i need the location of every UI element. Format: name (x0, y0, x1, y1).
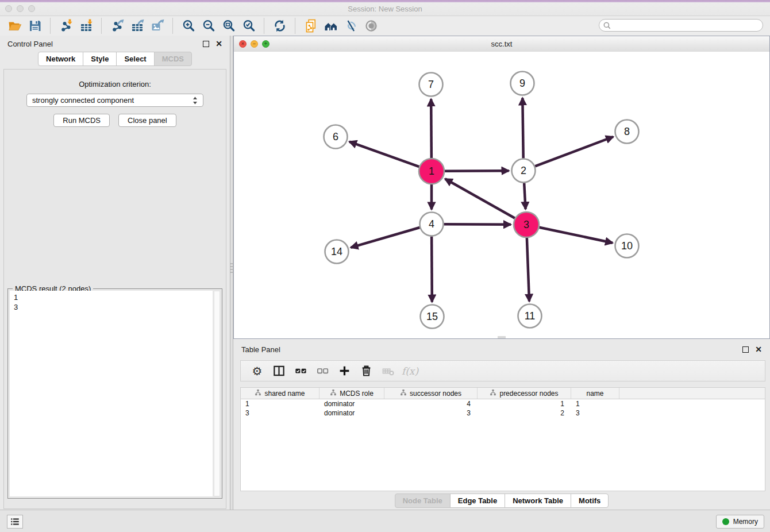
result-line: 3 (14, 302, 209, 312)
task-history-button[interactable] (7, 515, 23, 529)
svg-text:6: 6 (333, 131, 338, 142)
toolbar-icons (5, 18, 381, 34)
column-header-name[interactable]: name (571, 388, 619, 399)
graph-edge-1-6[interactable] (349, 142, 419, 167)
column-label: name (586, 390, 603, 398)
graph-node-2[interactable]: 2 (512, 159, 536, 183)
delete-column-icon[interactable] (356, 363, 377, 380)
toolbar-separator (295, 18, 295, 34)
svg-text:2: 2 (521, 165, 526, 176)
graph-node-4[interactable]: 4 (420, 213, 444, 236)
hide-graphics-details-icon[interactable] (342, 18, 360, 34)
import-table-icon[interactable] (77, 18, 95, 34)
graph-edge-4-15[interactable] (432, 236, 432, 302)
open-session-icon[interactable] (6, 18, 24, 34)
status-bar: Memory (0, 510, 770, 532)
graph-node-11[interactable]: 11 (518, 304, 542, 328)
optimization-label: Optimization criterion: (4, 80, 226, 88)
select-stepper-icon (192, 96, 198, 105)
tab-style[interactable]: Style (83, 52, 117, 66)
table-settings-icon[interactable]: ⚙ (247, 363, 268, 380)
tab-network[interactable]: Network (38, 52, 83, 66)
graph-edge-3-1[interactable] (445, 179, 515, 218)
graph-node-7[interactable]: 7 (419, 73, 443, 97)
graph-node-10[interactable]: 10 (615, 234, 639, 258)
select-all-rows-icon[interactable] (290, 363, 311, 380)
export-network-icon[interactable] (108, 18, 126, 34)
column-header-shared-name[interactable]: shared name (241, 388, 319, 399)
float-table-panel-icon[interactable] (742, 346, 749, 353)
graph-node-3[interactable]: 3 (514, 212, 539, 237)
graph-edge-2-3[interactable] (524, 183, 525, 209)
table-tab-node-table[interactable]: Node Table (395, 494, 451, 508)
home-views-icon[interactable] (322, 18, 340, 34)
network-canvas[interactable]: 1234678910111415 (234, 52, 769, 338)
table-tab-network-table[interactable]: Network Table (505, 494, 571, 508)
new-network-icon[interactable] (302, 18, 319, 34)
import-network-icon[interactable] (57, 18, 75, 34)
graph-edge-4-3[interactable] (444, 224, 511, 225)
result-scrollbar[interactable] (214, 291, 220, 496)
close-panel-icon[interactable]: ✕ (215, 40, 222, 48)
criterion-select[interactable]: strongly connected component (26, 94, 203, 107)
search-box (599, 19, 763, 32)
graph-edge-2-8[interactable] (535, 137, 613, 166)
tab-select[interactable]: Select (116, 52, 154, 66)
tab-mcds[interactable]: MCDS (154, 52, 192, 66)
graph-node-8[interactable]: 8 (615, 120, 639, 144)
graph-node-6[interactable]: 6 (324, 125, 348, 149)
column-visibility-icon[interactable] (268, 363, 290, 380)
search-input[interactable] (614, 21, 759, 30)
refresh-layout-icon[interactable] (271, 18, 288, 34)
graph-node-14[interactable]: 14 (325, 240, 349, 264)
export-table-icon[interactable] (128, 18, 146, 34)
graph-node-15[interactable]: 15 (421, 305, 444, 329)
mcds-panel: Optimization criterion: strongly connect… (3, 69, 226, 509)
network-window-titlebar: × − + scc.txt (234, 36, 769, 52)
graph-node-9[interactable]: 9 (511, 72, 534, 95)
graph-node-1[interactable]: 1 (419, 159, 444, 184)
table-tab-edge-table[interactable]: Edge Table (450, 494, 505, 508)
graph-edge-1-2[interactable] (445, 171, 509, 171)
graph-edge-1-7[interactable] (431, 99, 432, 158)
table-toolbar: ⚙f(x) (240, 360, 765, 381)
zoom-selected-icon[interactable] (240, 18, 257, 34)
zoom-fit-icon[interactable] (220, 18, 237, 34)
column-header-successor-nodes[interactable]: successor nodes (384, 388, 478, 399)
main-toolbar (0, 16, 770, 36)
table-cell: 3 (384, 409, 478, 417)
deselect-all-rows-icon[interactable] (312, 363, 333, 380)
float-panel-icon[interactable] (203, 41, 209, 47)
close-table-panel-icon[interactable]: ✕ (755, 345, 762, 353)
canvas-resize-grip[interactable] (498, 336, 506, 338)
table-tab-motifs[interactable]: Motifs (571, 494, 609, 508)
mcds-result-area[interactable]: 13 (10, 291, 213, 496)
save-session-icon[interactable] (26, 18, 44, 34)
run-mcds-button[interactable]: Run MCDS (53, 114, 110, 127)
show-graphics-details-icon (362, 18, 380, 34)
table-row[interactable]: 1dominator411 (241, 399, 765, 408)
zoom-in-icon[interactable] (179, 18, 197, 34)
graph-edge-2-9[interactable] (522, 98, 523, 158)
search-icon (603, 22, 611, 29)
table-cell: 4 (384, 400, 478, 408)
column-label: successor nodes (410, 390, 461, 398)
graph-edge-3-10[interactable] (540, 228, 613, 243)
application-window: Session: New Session Control Panel ✕ Net… (0, 0, 770, 532)
column-header-MCDS-role[interactable]: MCDS role (319, 388, 384, 399)
graph-edge-4-14[interactable] (351, 228, 419, 248)
mcds-result-box: MCDS result (2 nodes) 13 (7, 288, 222, 499)
close-panel-button[interactable]: Close panel (118, 114, 176, 127)
export-image-icon[interactable] (148, 18, 166, 34)
svg-text:1: 1 (429, 165, 434, 177)
zoom-out-icon[interactable] (199, 18, 217, 34)
add-column-icon[interactable] (334, 363, 355, 380)
toolbar-separator (50, 18, 51, 34)
graph-edge-3-11[interactable] (527, 238, 529, 302)
column-header-predecessor-nodes[interactable]: predecessor nodes (478, 388, 571, 399)
control-panel: Control Panel ✕ NetworkStyleSelectMCDS O… (0, 36, 230, 510)
table-row[interactable]: 3dominator323 (241, 408, 765, 418)
network-window: × − + scc.txt 1234678910111415 (233, 36, 770, 339)
memory-button[interactable]: Memory (716, 515, 764, 529)
function-builder-icon: f(x) (399, 363, 421, 380)
